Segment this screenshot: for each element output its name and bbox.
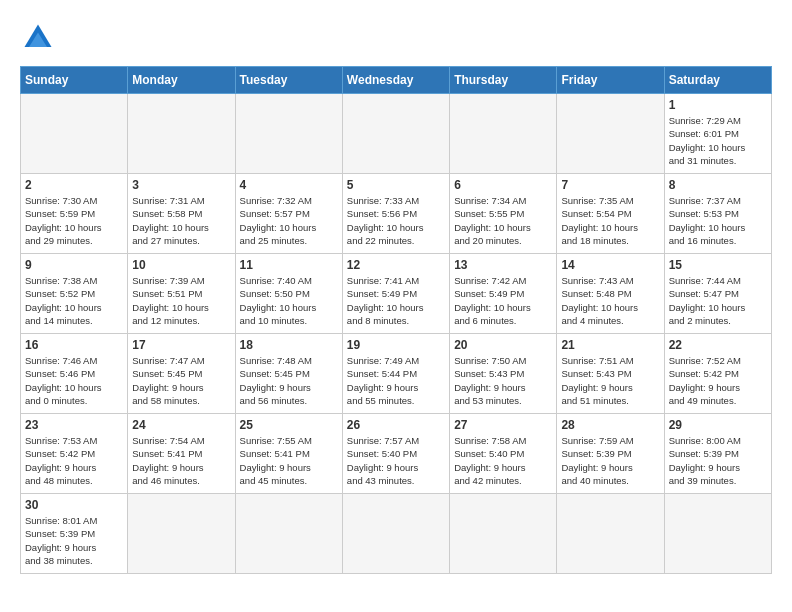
day-cell: 30Sunrise: 8:01 AM Sunset: 5:39 PM Dayli… xyxy=(21,494,128,574)
week-row-3: 9Sunrise: 7:38 AM Sunset: 5:52 PM Daylig… xyxy=(21,254,772,334)
day-cell: 17Sunrise: 7:47 AM Sunset: 5:45 PM Dayli… xyxy=(128,334,235,414)
day-cell: 26Sunrise: 7:57 AM Sunset: 5:40 PM Dayli… xyxy=(342,414,449,494)
day-info: Sunrise: 7:49 AM Sunset: 5:44 PM Dayligh… xyxy=(347,354,445,407)
day-number: 21 xyxy=(561,338,659,352)
day-number: 14 xyxy=(561,258,659,272)
day-cell: 12Sunrise: 7:41 AM Sunset: 5:49 PM Dayli… xyxy=(342,254,449,334)
day-number: 28 xyxy=(561,418,659,432)
day-cell: 28Sunrise: 7:59 AM Sunset: 5:39 PM Dayli… xyxy=(557,414,664,494)
day-number: 13 xyxy=(454,258,552,272)
day-cell xyxy=(557,94,664,174)
day-info: Sunrise: 7:41 AM Sunset: 5:49 PM Dayligh… xyxy=(347,274,445,327)
day-number: 2 xyxy=(25,178,123,192)
day-cell xyxy=(342,94,449,174)
day-cell xyxy=(128,494,235,574)
day-number: 17 xyxy=(132,338,230,352)
day-cell: 27Sunrise: 7:58 AM Sunset: 5:40 PM Dayli… xyxy=(450,414,557,494)
day-number: 7 xyxy=(561,178,659,192)
day-cell: 16Sunrise: 7:46 AM Sunset: 5:46 PM Dayli… xyxy=(21,334,128,414)
day-number: 20 xyxy=(454,338,552,352)
day-number: 6 xyxy=(454,178,552,192)
day-info: Sunrise: 7:33 AM Sunset: 5:56 PM Dayligh… xyxy=(347,194,445,247)
day-info: Sunrise: 7:46 AM Sunset: 5:46 PM Dayligh… xyxy=(25,354,123,407)
day-info: Sunrise: 7:59 AM Sunset: 5:39 PM Dayligh… xyxy=(561,434,659,487)
day-info: Sunrise: 7:39 AM Sunset: 5:51 PM Dayligh… xyxy=(132,274,230,327)
day-info: Sunrise: 8:01 AM Sunset: 5:39 PM Dayligh… xyxy=(25,514,123,567)
day-cell xyxy=(342,494,449,574)
day-number: 25 xyxy=(240,418,338,432)
week-row-6: 30Sunrise: 8:01 AM Sunset: 5:39 PM Dayli… xyxy=(21,494,772,574)
day-info: Sunrise: 7:58 AM Sunset: 5:40 PM Dayligh… xyxy=(454,434,552,487)
day-info: Sunrise: 7:35 AM Sunset: 5:54 PM Dayligh… xyxy=(561,194,659,247)
day-number: 26 xyxy=(347,418,445,432)
day-cell xyxy=(450,494,557,574)
day-number: 23 xyxy=(25,418,123,432)
weekday-tuesday: Tuesday xyxy=(235,67,342,94)
week-row-4: 16Sunrise: 7:46 AM Sunset: 5:46 PM Dayli… xyxy=(21,334,772,414)
day-cell: 29Sunrise: 8:00 AM Sunset: 5:39 PM Dayli… xyxy=(664,414,771,494)
day-number: 11 xyxy=(240,258,338,272)
day-cell: 9Sunrise: 7:38 AM Sunset: 5:52 PM Daylig… xyxy=(21,254,128,334)
day-cell: 24Sunrise: 7:54 AM Sunset: 5:41 PM Dayli… xyxy=(128,414,235,494)
day-cell: 15Sunrise: 7:44 AM Sunset: 5:47 PM Dayli… xyxy=(664,254,771,334)
weekday-monday: Monday xyxy=(128,67,235,94)
day-info: Sunrise: 7:48 AM Sunset: 5:45 PM Dayligh… xyxy=(240,354,338,407)
day-info: Sunrise: 7:47 AM Sunset: 5:45 PM Dayligh… xyxy=(132,354,230,407)
day-cell xyxy=(664,494,771,574)
week-row-1: 1Sunrise: 7:29 AM Sunset: 6:01 PM Daylig… xyxy=(21,94,772,174)
day-cell: 5Sunrise: 7:33 AM Sunset: 5:56 PM Daylig… xyxy=(342,174,449,254)
day-info: Sunrise: 7:37 AM Sunset: 5:53 PM Dayligh… xyxy=(669,194,767,247)
calendar-table: SundayMondayTuesdayWednesdayThursdayFrid… xyxy=(20,66,772,574)
weekday-thursday: Thursday xyxy=(450,67,557,94)
day-cell: 10Sunrise: 7:39 AM Sunset: 5:51 PM Dayli… xyxy=(128,254,235,334)
day-info: Sunrise: 7:31 AM Sunset: 5:58 PM Dayligh… xyxy=(132,194,230,247)
day-info: Sunrise: 7:50 AM Sunset: 5:43 PM Dayligh… xyxy=(454,354,552,407)
day-number: 3 xyxy=(132,178,230,192)
day-cell: 6Sunrise: 7:34 AM Sunset: 5:55 PM Daylig… xyxy=(450,174,557,254)
day-info: Sunrise: 7:54 AM Sunset: 5:41 PM Dayligh… xyxy=(132,434,230,487)
day-cell: 4Sunrise: 7:32 AM Sunset: 5:57 PM Daylig… xyxy=(235,174,342,254)
logo xyxy=(20,20,60,56)
day-number: 18 xyxy=(240,338,338,352)
day-cell xyxy=(235,94,342,174)
day-cell: 25Sunrise: 7:55 AM Sunset: 5:41 PM Dayli… xyxy=(235,414,342,494)
day-number: 30 xyxy=(25,498,123,512)
day-info: Sunrise: 7:34 AM Sunset: 5:55 PM Dayligh… xyxy=(454,194,552,247)
day-info: Sunrise: 7:30 AM Sunset: 5:59 PM Dayligh… xyxy=(25,194,123,247)
day-cell: 22Sunrise: 7:52 AM Sunset: 5:42 PM Dayli… xyxy=(664,334,771,414)
weekday-header-row: SundayMondayTuesdayWednesdayThursdayFrid… xyxy=(21,67,772,94)
day-info: Sunrise: 7:53 AM Sunset: 5:42 PM Dayligh… xyxy=(25,434,123,487)
day-cell: 11Sunrise: 7:40 AM Sunset: 5:50 PM Dayli… xyxy=(235,254,342,334)
day-cell: 23Sunrise: 7:53 AM Sunset: 5:42 PM Dayli… xyxy=(21,414,128,494)
logo-icon xyxy=(20,20,56,56)
day-cell: 13Sunrise: 7:42 AM Sunset: 5:49 PM Dayli… xyxy=(450,254,557,334)
weekday-wednesday: Wednesday xyxy=(342,67,449,94)
day-number: 22 xyxy=(669,338,767,352)
day-number: 1 xyxy=(669,98,767,112)
day-cell xyxy=(21,94,128,174)
day-cell xyxy=(557,494,664,574)
calendar-page: SundayMondayTuesdayWednesdayThursdayFrid… xyxy=(0,0,792,584)
day-cell: 20Sunrise: 7:50 AM Sunset: 5:43 PM Dayli… xyxy=(450,334,557,414)
day-info: Sunrise: 7:40 AM Sunset: 5:50 PM Dayligh… xyxy=(240,274,338,327)
day-number: 16 xyxy=(25,338,123,352)
day-number: 9 xyxy=(25,258,123,272)
day-info: Sunrise: 7:29 AM Sunset: 6:01 PM Dayligh… xyxy=(669,114,767,167)
day-number: 8 xyxy=(669,178,767,192)
day-info: Sunrise: 7:42 AM Sunset: 5:49 PM Dayligh… xyxy=(454,274,552,327)
day-cell: 2Sunrise: 7:30 AM Sunset: 5:59 PM Daylig… xyxy=(21,174,128,254)
day-cell: 1Sunrise: 7:29 AM Sunset: 6:01 PM Daylig… xyxy=(664,94,771,174)
week-row-2: 2Sunrise: 7:30 AM Sunset: 5:59 PM Daylig… xyxy=(21,174,772,254)
day-cell: 3Sunrise: 7:31 AM Sunset: 5:58 PM Daylig… xyxy=(128,174,235,254)
weekday-saturday: Saturday xyxy=(664,67,771,94)
day-cell xyxy=(128,94,235,174)
week-row-5: 23Sunrise: 7:53 AM Sunset: 5:42 PM Dayli… xyxy=(21,414,772,494)
day-number: 15 xyxy=(669,258,767,272)
weekday-friday: Friday xyxy=(557,67,664,94)
day-info: Sunrise: 7:44 AM Sunset: 5:47 PM Dayligh… xyxy=(669,274,767,327)
day-cell: 18Sunrise: 7:48 AM Sunset: 5:45 PM Dayli… xyxy=(235,334,342,414)
day-number: 27 xyxy=(454,418,552,432)
day-cell: 19Sunrise: 7:49 AM Sunset: 5:44 PM Dayli… xyxy=(342,334,449,414)
day-number: 5 xyxy=(347,178,445,192)
day-cell xyxy=(235,494,342,574)
